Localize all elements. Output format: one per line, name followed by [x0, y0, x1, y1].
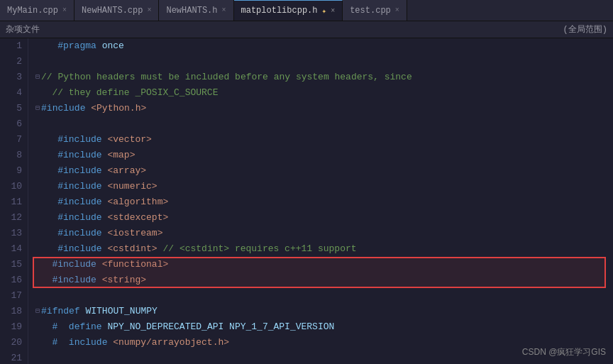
ln-15: 15 [6, 257, 22, 272]
code-line-7: #include <vector> [35, 132, 613, 148]
toolbar-scope-label: (全局范围) [563, 25, 607, 35]
tab-matplotlibcpp-label: matplotlibcpp.h [241, 6, 318, 16]
code-line-11: #include <algorithm> [35, 194, 613, 210]
code-line-3: ⊟ // Python headers must be included bef… [35, 70, 613, 85]
ln-1: 1 [6, 38, 22, 54]
line-numbers: 1 2 3 4 5 6 7 8 9 10 11 12 13 14 15 16 1… [0, 38, 28, 364]
code-line-8: #include <map> [35, 148, 613, 163]
code-line-6 [35, 116, 613, 132]
ln-8: 8 [6, 148, 22, 163]
code-line-13: #include <iostream> [35, 226, 613, 241]
tab-matplotlibcpp-dirty: ✦ [322, 6, 327, 16]
toolbar-file-label: 杂项文件 [6, 23, 40, 35]
ln-10: 10 [6, 179, 22, 194]
fold-icon-5[interactable]: ⊟ [35, 101, 40, 116]
code-line-16: #include <string> [35, 272, 613, 288]
tab-mymain-close[interactable]: × [62, 6, 67, 14]
code-line-12: #include <stdexcept> [35, 210, 613, 226]
tab-mymain-label: MyMain.cpp [7, 6, 58, 16]
ln-11: 11 [6, 194, 22, 210]
ln-7: 7 [6, 132, 22, 148]
highlight-region: #include <functional> #include <string> [35, 257, 613, 288]
ln-16: 16 [6, 272, 22, 288]
editor: 1 2 3 4 5 6 7 8 9 10 11 12 13 14 15 16 1… [0, 38, 613, 364]
ln-6: 6 [6, 116, 22, 132]
tab-newhants-h-label: NewHANTS.h [166, 6, 217, 16]
tab-matplotlibcpp-close[interactable]: × [331, 7, 335, 15]
ln-3: 3 [6, 70, 22, 85]
watermark: CSDN @疯狂学习GIS [522, 346, 606, 358]
toolbar-left: 杂项文件 [6, 23, 40, 35]
ln-20: 20 [6, 335, 22, 351]
code-line-2 [35, 54, 613, 70]
code-line-5: ⊟ #include <Python.h> [35, 101, 613, 116]
ln-17: 17 [6, 288, 22, 304]
toolbar-right: (全局范围) [563, 23, 607, 35]
ln-5: 5 [6, 101, 22, 116]
toolbar: 杂项文件 (全局范围) [0, 21, 613, 38]
ln-4: 4 [6, 85, 22, 101]
ln-9: 9 [6, 163, 22, 179]
ln-14: 14 [6, 241, 22, 257]
ln-13: 13 [6, 226, 22, 241]
code-line-19: # define NPY_NO_DEPRECATED_API NPY_1_7_A… [35, 319, 613, 335]
ln-2: 2 [6, 54, 22, 70]
tab-testcpp-label: test.cpp [350, 6, 391, 16]
ln-18: 18 [6, 304, 22, 319]
tab-matplotlibcpp[interactable]: matplotlibcpp.h ✦ × [234, 0, 343, 21]
tab-testcpp-close[interactable]: × [395, 6, 399, 14]
tab-newhants-cpp-close[interactable]: × [147, 6, 151, 14]
code-line-9: #include <array> [35, 163, 613, 179]
ln-19: 19 [6, 319, 22, 335]
tab-bar: MyMain.cpp × NewHANTS.cpp × NewHANTS.h ×… [0, 0, 613, 21]
code-line-17 [35, 288, 613, 304]
code-line-15: #include <functional> [35, 257, 613, 272]
fold-icon-18[interactable]: ⊟ [35, 304, 40, 319]
code-line-14: #include <cstdint> // <cstdint> requires… [35, 241, 613, 257]
code-area[interactable]: #pragma once ⊟ // Python headers must be… [28, 38, 613, 364]
ln-21: 21 [6, 351, 22, 364]
tab-testcpp[interactable]: test.cpp × [343, 0, 407, 21]
tab-newhants-cpp[interactable]: NewHANTS.cpp × [74, 0, 159, 21]
code-line-4: // they define _POSIX_C_SOURCE [35, 85, 613, 101]
ln-12: 12 [6, 210, 22, 226]
tab-newhants-h-close[interactable]: × [221, 6, 226, 14]
code-line-18: ⊟ #ifndef WITHOUT_NUMPY [35, 304, 613, 319]
tab-mymain[interactable]: MyMain.cpp × [0, 0, 74, 21]
tab-newhants-h[interactable]: NewHANTS.h × [159, 0, 233, 21]
tab-newhants-cpp-label: NewHANTS.cpp [82, 6, 143, 16]
code-line-10: #include <numeric> [35, 179, 613, 194]
fold-icon-3[interactable]: ⊟ [35, 70, 40, 85]
code-line-1: #pragma once [35, 38, 613, 54]
